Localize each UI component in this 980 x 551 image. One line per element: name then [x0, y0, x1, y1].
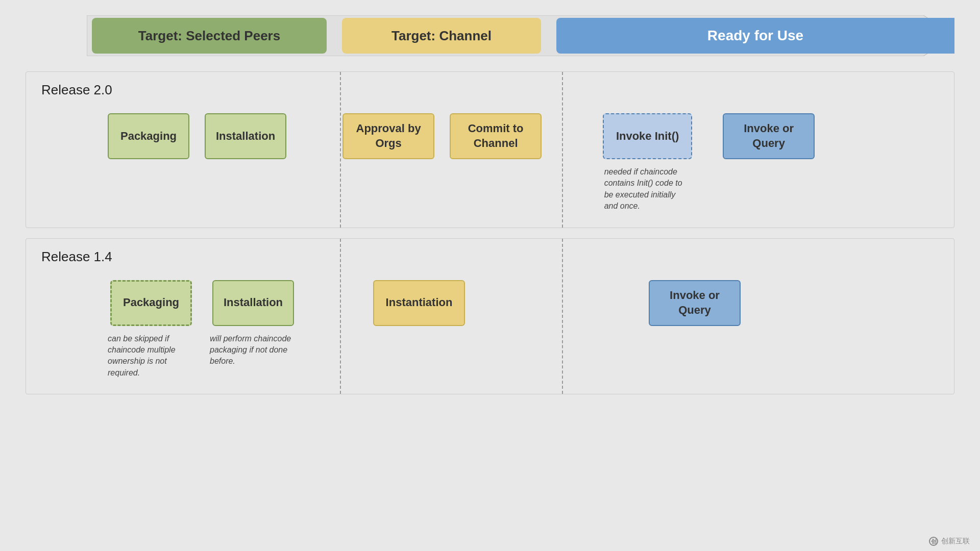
- release-14-content: Packaging can be skipped if chaincode mu…: [26, 275, 954, 394]
- step-installation-14: Installation will perform chaincode pack…: [210, 280, 297, 367]
- step-approval-20: Approval byOrgs: [342, 113, 434, 159]
- invoke-query-box-14: Invoke orQuery: [649, 280, 741, 326]
- release-14-section: Release 1.4 Packaging can be skipped if …: [26, 238, 954, 395]
- header-peers-label: Target: Selected Peers: [92, 18, 327, 54]
- installation-box-14: Installation: [212, 280, 294, 326]
- invoke-init-note-20: needed if chaincode contains Init() code…: [604, 166, 691, 212]
- step-invoke-init-20: Invoke Init() needed if chaincode contai…: [603, 113, 692, 212]
- installation-box-20: Installation: [205, 113, 286, 159]
- header-ready-label: Ready for Use: [556, 18, 954, 54]
- approval-box-20: Approval byOrgs: [342, 113, 434, 159]
- release-20-content: Packaging Installation Approval byOrgs: [26, 108, 954, 228]
- invoke-query-box-20: Invoke orQuery: [723, 113, 815, 159]
- main-container: Target: Selected Peers Target: Channel R…: [0, 0, 980, 551]
- packaging-box-20: Packaging: [108, 113, 189, 159]
- commit-box-20: Commit toChannel: [450, 113, 542, 159]
- step-packaging-20: Packaging: [108, 113, 189, 159]
- step-instantiation-14: Instantiation: [373, 280, 465, 326]
- release-20-steps: Packaging Installation Approval byOrgs: [108, 113, 939, 212]
- release-20-section: Release 2.0 Packaging Installation: [26, 71, 954, 228]
- header-channel-label: Target: Channel: [342, 18, 541, 54]
- step-invoke-query-14: Invoke orQuery: [649, 280, 741, 326]
- watermark-icon: 创: [929, 537, 938, 546]
- packaging-note-14: can be skipped if chaincode multiple own…: [108, 333, 194, 379]
- installation-note-14: will perform chaincode packaging if not …: [210, 333, 297, 367]
- header-labels: Target: Selected Peers Target: Channel R…: [87, 15, 954, 56]
- watermark-text: 创新互联: [941, 537, 970, 546]
- packaging-box-14: Packaging: [110, 280, 192, 326]
- release-14-title: Release 1.4: [26, 239, 954, 275]
- instantiation-box-14: Instantiation: [373, 280, 465, 326]
- invoke-init-box-20: Invoke Init(): [603, 113, 692, 159]
- release-14-steps: Packaging can be skipped if chaincode mu…: [108, 280, 939, 379]
- header-section: Target: Selected Peers Target: Channel R…: [26, 15, 954, 56]
- step-invoke-query-20: Invoke orQuery: [723, 113, 815, 159]
- step-packaging-14: Packaging can be skipped if chaincode mu…: [108, 280, 194, 379]
- step-installation-20: Installation: [205, 113, 286, 159]
- step-commit-20: Commit toChannel: [450, 113, 542, 159]
- watermark: 创 创新互联: [929, 537, 970, 546]
- release-20-title: Release 2.0: [26, 72, 954, 108]
